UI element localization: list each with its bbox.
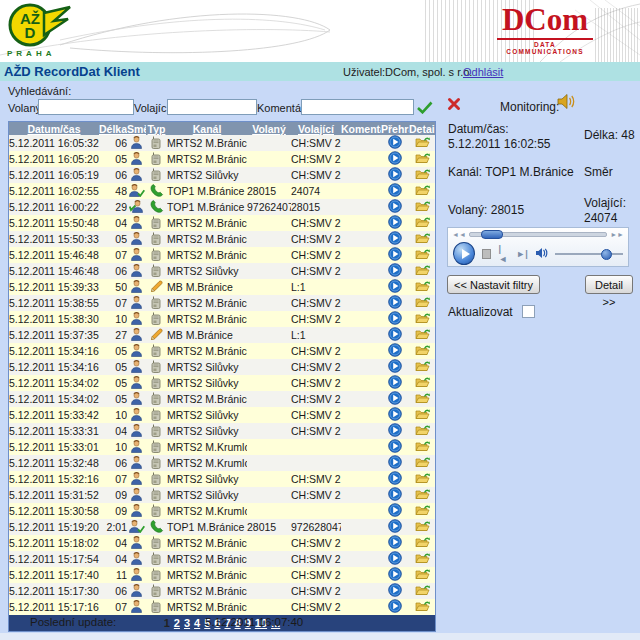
cell-detail[interactable] <box>409 375 435 391</box>
cell-detail[interactable] <box>409 343 435 359</box>
cell-play[interactable] <box>381 503 409 519</box>
cell-detail[interactable] <box>409 311 435 327</box>
cell-detail[interactable] <box>409 279 435 295</box>
table-row[interactable]: 5.12.2011 15:31:5209MRTS2 SilůvkyCH:SMV … <box>9 487 435 503</box>
play-icon[interactable] <box>388 487 402 503</box>
table-row[interactable]: 5.12.2011 16:02:5548TOP1 M.Bránice280152… <box>9 183 435 199</box>
folder-detail-icon[interactable] <box>415 328 430 342</box>
folder-detail-icon[interactable] <box>415 232 430 246</box>
cell-detail[interactable] <box>409 327 435 343</box>
play-icon[interactable] <box>388 359 402 375</box>
cell-detail[interactable] <box>409 167 435 183</box>
table-row[interactable]: 5.12.2011 15:33:3104MRTS2 SilůvkyCH:SMV … <box>9 423 435 439</box>
play-icon[interactable] <box>388 455 402 471</box>
cell-play[interactable] <box>381 391 409 407</box>
cell-detail[interactable] <box>409 295 435 311</box>
table-row[interactable]: 5.12.2011 15:34:1605MRTS2 SilůvkyCH:SMV … <box>9 359 435 375</box>
column-header[interactable]: Směr <box>127 122 146 135</box>
folder-detail-icon[interactable] <box>415 584 430 598</box>
cell-play[interactable] <box>381 311 409 327</box>
play-icon[interactable] <box>388 295 402 311</box>
cell-play[interactable] <box>381 279 409 295</box>
cell-play[interactable] <box>381 519 409 535</box>
table-row[interactable]: 5.12.2011 15:38:3010MRTS2 M.BrániceCH:SM… <box>9 311 435 327</box>
cell-detail[interactable] <box>409 199 435 215</box>
folder-detail-icon[interactable] <box>415 376 430 390</box>
table-row[interactable]: 5.12.2011 15:33:4210MRTS2 SilůvkyCH:SMV … <box>9 407 435 423</box>
cell-play[interactable] <box>381 551 409 567</box>
cell-detail[interactable] <box>409 567 435 583</box>
folder-detail-icon[interactable] <box>415 168 430 182</box>
column-header[interactable]: Volaný <box>247 122 291 135</box>
folder-detail-icon[interactable] <box>415 504 430 518</box>
play-icon[interactable] <box>388 423 402 439</box>
cell-detail[interactable] <box>409 423 435 439</box>
refresh-checkbox[interactable] <box>522 305 535 318</box>
cell-play[interactable] <box>381 439 409 455</box>
cell-detail[interactable] <box>409 519 435 535</box>
cell-play[interactable] <box>381 231 409 247</box>
folder-detail-icon[interactable] <box>415 552 430 566</box>
cell-play[interactable] <box>381 455 409 471</box>
table-row[interactable]: 5.12.2011 16:05:2005MRTS2 M.BrániceCH:SM… <box>9 151 435 167</box>
table-row[interactable]: 5.12.2011 15:17:5404MRTS2 M.BrániceCH:SM… <box>9 551 435 567</box>
folder-detail-icon[interactable] <box>415 312 430 326</box>
table-row[interactable]: 5.12.2011 15:46:4806MRTS2 SilůvkyCH:SMV … <box>9 263 435 279</box>
folder-detail-icon[interactable] <box>415 472 430 486</box>
player-play-button[interactable] <box>453 242 475 265</box>
volume-icon[interactable] <box>535 245 548 263</box>
cell-play[interactable] <box>381 247 409 263</box>
folder-detail-icon[interactable] <box>415 536 430 550</box>
column-header[interactable]: Datum/čas <box>9 122 99 135</box>
play-icon[interactable] <box>388 551 402 567</box>
column-header[interactable]: Volající <box>291 122 341 135</box>
play-icon[interactable] <box>388 215 402 231</box>
cell-play[interactable] <box>381 135 409 151</box>
folder-detail-icon[interactable] <box>415 280 430 294</box>
called-search-input[interactable] <box>38 99 134 115</box>
folder-detail-icon[interactable] <box>415 568 430 582</box>
play-icon[interactable] <box>388 199 402 215</box>
cell-detail[interactable] <box>409 471 435 487</box>
play-icon[interactable] <box>388 439 402 455</box>
play-icon[interactable] <box>388 407 402 423</box>
cell-play[interactable] <box>381 375 409 391</box>
cell-detail[interactable] <box>409 247 435 263</box>
cell-detail[interactable] <box>409 455 435 471</box>
play-icon[interactable] <box>388 535 402 551</box>
table-row[interactable]: 5.12.2011 15:30:5809MRTS2 M.Krumlov <box>9 503 435 519</box>
table-row[interactable]: 5.12.2011 16:05:3206MRTS2 M.BrániceCH:SM… <box>9 135 435 151</box>
logout-link[interactable]: Odhlásit <box>463 66 503 78</box>
cell-play[interactable] <box>381 263 409 279</box>
folder-detail-icon[interactable] <box>415 360 430 374</box>
green-check-icon[interactable] <box>416 100 433 118</box>
folder-detail-icon[interactable] <box>415 424 430 438</box>
cell-detail[interactable] <box>409 391 435 407</box>
volume-thumb[interactable] <box>601 249 612 260</box>
play-icon[interactable] <box>388 135 402 151</box>
cell-detail[interactable] <box>409 503 435 519</box>
table-row[interactable]: 5.12.2011 15:34:0205MRTS2 M.BrániceCH:SM… <box>9 391 435 407</box>
play-icon[interactable] <box>388 343 402 359</box>
folder-detail-icon[interactable] <box>415 296 430 310</box>
play-icon[interactable] <box>388 599 402 615</box>
folder-detail-icon[interactable] <box>415 200 430 214</box>
table-row[interactable]: 5.12.2011 15:39:3350MB M.BrániceL:1 <box>9 279 435 295</box>
table-row[interactable]: 5.12.2011 15:50:3305MRTS2 M.BrániceCH:SM… <box>9 231 435 247</box>
cell-detail[interactable] <box>409 359 435 375</box>
folder-detail-icon[interactable] <box>415 184 430 198</box>
table-row[interactable]: 5.12.2011 15:34:0205MRTS2 SilůvkyCH:SMV … <box>9 375 435 391</box>
forward-icon[interactable]: ►► <box>610 231 624 238</box>
play-icon[interactable] <box>388 391 402 407</box>
cell-detail[interactable] <box>409 151 435 167</box>
page-link[interactable]: 3 <box>184 617 190 629</box>
table-row[interactable]: 5.12.2011 15:46:4807MRTS2 M.BrániceCH:SM… <box>9 247 435 263</box>
folder-detail-icon[interactable] <box>415 440 430 454</box>
cell-detail[interactable] <box>409 263 435 279</box>
cell-play[interactable] <box>381 215 409 231</box>
table-row[interactable]: 5.12.2011 16:05:1906MRTS2 SilůvkyCH:SMV … <box>9 167 435 183</box>
play-icon[interactable] <box>388 167 402 183</box>
table-row[interactable]: 5.12.2011 15:38:5507MRTS2 M.BrániceCH:SM… <box>9 295 435 311</box>
folder-detail-icon[interactable] <box>415 600 430 614</box>
red-x-icon[interactable] <box>447 97 461 115</box>
